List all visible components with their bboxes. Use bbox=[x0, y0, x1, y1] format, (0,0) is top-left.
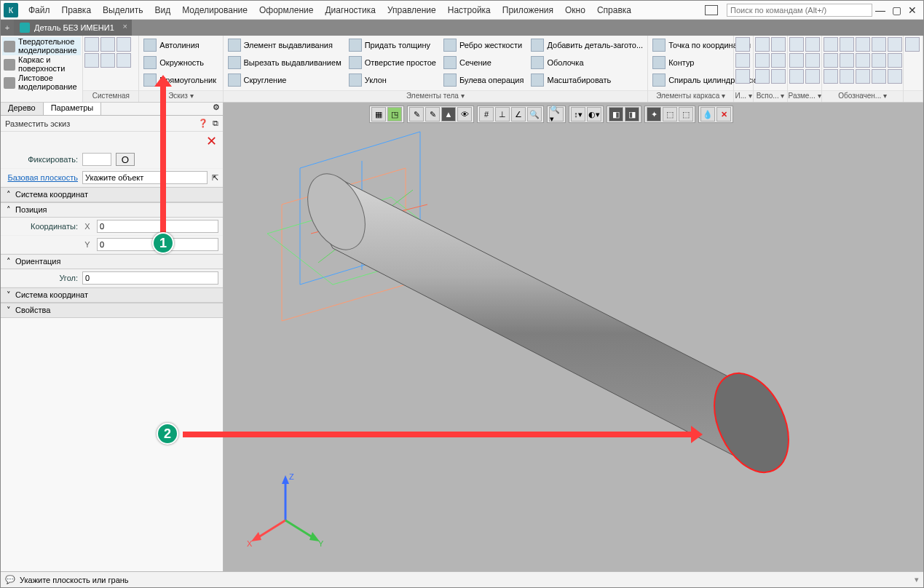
menu-manage[interactable]: Управление bbox=[382, 5, 442, 15]
section-coord-sys2[interactable]: ˅Система координат bbox=[1, 287, 223, 303]
dim-icon-4[interactable] bbox=[805, 53, 820, 68]
open-file-icon[interactable] bbox=[100, 37, 115, 52]
base-plane-link[interactable]: Базовая плоскость bbox=[5, 173, 78, 182]
base-plane-picker-icon[interactable]: ⇱ bbox=[212, 173, 218, 183]
ann-icon-7[interactable] bbox=[840, 53, 854, 68]
ann-icon-12[interactable] bbox=[840, 69, 854, 84]
undo-icon[interactable] bbox=[100, 53, 115, 68]
shell-button[interactable]: Оболочка bbox=[528, 55, 646, 71]
section-properties[interactable]: ˅Свойства bbox=[1, 303, 223, 318]
section-orientation[interactable]: ˄Ориентация bbox=[1, 254, 223, 269]
aux-icon-6[interactable] bbox=[771, 69, 786, 84]
tab-close-button[interactable]: × bbox=[122, 22, 127, 31]
autoline-button[interactable]: Автолиния bbox=[141, 37, 221, 53]
ann-icon-10[interactable] bbox=[888, 53, 902, 68]
status-dropdown-icon[interactable]: ▾ bbox=[915, 575, 919, 584]
ann-icon-1[interactable] bbox=[824, 37, 838, 52]
aux-icon-2[interactable] bbox=[771, 37, 786, 52]
rect-button[interactable]: Прямоугольник bbox=[141, 72, 221, 88]
ann-icon-3[interactable] bbox=[856, 37, 870, 52]
group-label-sketch[interactable]: Эскиз ▾ bbox=[139, 90, 222, 102]
draft-button[interactable]: Уклон bbox=[346, 72, 439, 88]
dim-icon-5[interactable] bbox=[789, 69, 804, 84]
panel-tree-icon[interactable]: ⧉ bbox=[213, 119, 218, 128]
menu-apps[interactable]: Приложения bbox=[497, 5, 559, 15]
menu-select[interactable]: Выделить bbox=[97, 5, 149, 15]
menu-file[interactable]: Файл bbox=[23, 5, 56, 15]
3d-viewport[interactable]: ▦ ◳ ✎ ✎ ▲ 👁 # ⊥ ∠ 🔍 🔍▾ ↕▾ ◐▾ bbox=[224, 103, 923, 573]
section-coord-sys[interactable]: ˄Система координат bbox=[1, 187, 223, 202]
angle-input[interactable] bbox=[82, 271, 218, 285]
panel-tab-params[interactable]: Параметры bbox=[44, 103, 102, 115]
ann-icon-6[interactable] bbox=[824, 53, 838, 68]
scale-button[interactable]: Масштабировать bbox=[528, 72, 646, 88]
mode-sheet[interactable]: Листовое моделирование bbox=[2, 74, 81, 92]
ann-icon-4[interactable] bbox=[872, 37, 886, 52]
section-position[interactable]: ˄Позиция bbox=[1, 202, 223, 218]
menu-window[interactable]: Окно bbox=[559, 5, 591, 15]
menu-help[interactable]: Справка bbox=[591, 5, 637, 15]
mode-solid[interactable]: Твердотельное моделирование bbox=[2, 37, 81, 55]
group-label-razm[interactable]: Разме... ▾ bbox=[788, 90, 821, 102]
fix-input[interactable] bbox=[82, 153, 111, 166]
group-label-vsp[interactable]: Вспо... ▾ bbox=[754, 90, 787, 102]
menu-settings[interactable]: Настройка bbox=[442, 5, 497, 15]
group-label-oboz[interactable]: Обозначен... ▾ bbox=[822, 90, 903, 102]
section-button[interactable]: Сечение bbox=[441, 55, 527, 71]
bool-button[interactable]: Булева операция bbox=[441, 72, 527, 88]
aux-icon-5[interactable] bbox=[755, 69, 770, 84]
command-search-input[interactable] bbox=[727, 4, 872, 17]
window-maximize-button[interactable]: ▢ bbox=[888, 4, 904, 16]
window-minimize-button[interactable]: — bbox=[872, 4, 888, 16]
fillet-button[interactable]: Скругление bbox=[225, 72, 344, 88]
window-close-button[interactable]: ✕ bbox=[904, 4, 920, 16]
panel-tab-tree[interactable]: Дерево bbox=[1, 103, 44, 115]
cut-button[interactable]: Вырезать выдавливанием bbox=[225, 55, 344, 71]
ann-icon-9[interactable] bbox=[872, 53, 886, 68]
dim-icon-2[interactable] bbox=[805, 37, 820, 52]
base-plane-input[interactable] bbox=[82, 171, 208, 184]
dim-icon-3[interactable] bbox=[789, 53, 804, 68]
dim-icon-6[interactable] bbox=[805, 69, 820, 84]
save-file-icon[interactable] bbox=[117, 37, 131, 52]
addpart-button[interactable]: Добавить деталь-загото... bbox=[528, 37, 646, 53]
group-label-i[interactable]: И... ▾ bbox=[734, 90, 753, 102]
extrude-button[interactable]: Элемент выдавливания bbox=[225, 37, 344, 53]
panel-settings-icon[interactable]: ⚙ bbox=[210, 103, 223, 115]
circle-button[interactable]: Окружность bbox=[141, 55, 221, 71]
group-label-body[interactable]: Элементы тела ▾ bbox=[224, 90, 648, 102]
hole-button[interactable]: Отверстие простое bbox=[346, 55, 439, 71]
group-label-frame[interactable]: Элементы каркаса ▾ bbox=[648, 90, 733, 102]
menu-edit[interactable]: Правка bbox=[56, 5, 98, 15]
misc-icon-3[interactable] bbox=[735, 69, 750, 84]
print-icon[interactable] bbox=[84, 53, 99, 68]
rib-button[interactable]: Ребро жесткости bbox=[441, 37, 527, 53]
menu-modeling[interactable]: Моделирование bbox=[176, 5, 253, 15]
aux-icon-4[interactable] bbox=[771, 53, 786, 68]
contour-button[interactable]: Контур bbox=[649, 55, 732, 71]
document-tab[interactable]: Деталь БЕЗ ИМЕНИ1 × bbox=[14, 20, 132, 36]
extra-icon[interactable] bbox=[905, 37, 920, 52]
mode-frame[interactable]: Каркас и поверхности bbox=[2, 55, 81, 74]
ann-icon-5[interactable] bbox=[888, 37, 902, 52]
menu-view[interactable]: Вид bbox=[149, 5, 176, 15]
ann-icon-11[interactable] bbox=[824, 69, 838, 84]
help-icon[interactable]: ❓ bbox=[198, 119, 208, 128]
pointcoord-button[interactable]: Точка по координатам bbox=[649, 37, 732, 53]
spiral-button[interactable]: Спираль цилиндрическ... bbox=[649, 72, 732, 88]
new-tab-button[interactable]: + bbox=[1, 20, 14, 36]
layout-toggle-icon[interactable] bbox=[705, 5, 718, 15]
dim-icon-1[interactable] bbox=[789, 37, 804, 52]
redo-icon[interactable] bbox=[117, 53, 131, 68]
new-file-icon[interactable] bbox=[84, 37, 99, 52]
menu-design[interactable]: Оформление bbox=[253, 5, 319, 15]
ann-icon-13[interactable] bbox=[856, 69, 870, 84]
misc-icon-1[interactable] bbox=[735, 37, 750, 52]
ann-icon-8[interactable] bbox=[856, 53, 870, 68]
thick-button[interactable]: Придать толщину bbox=[346, 37, 439, 53]
menu-diag[interactable]: Диагностика bbox=[319, 5, 382, 15]
fix-toggle-button[interactable]: О bbox=[116, 153, 135, 166]
ann-icon-2[interactable] bbox=[840, 37, 854, 52]
aux-icon-3[interactable] bbox=[755, 53, 770, 68]
aux-icon-1[interactable] bbox=[755, 37, 770, 52]
